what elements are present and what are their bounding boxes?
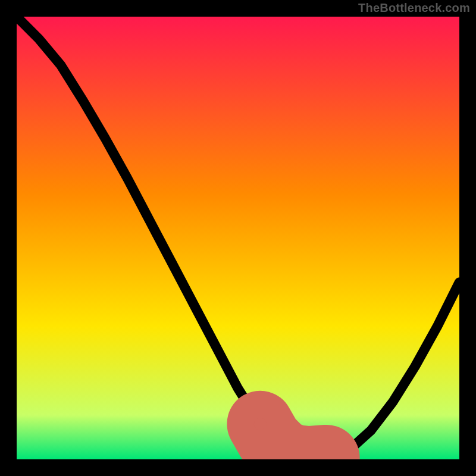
bottleneck-chart [17,17,459,459]
watermark-text: TheBottleneck.com [358,1,470,15]
highlight-start-dot [254,418,267,430]
chart-stage: TheBottleneck.com [0,0,476,476]
highlight-segment [260,424,327,459]
